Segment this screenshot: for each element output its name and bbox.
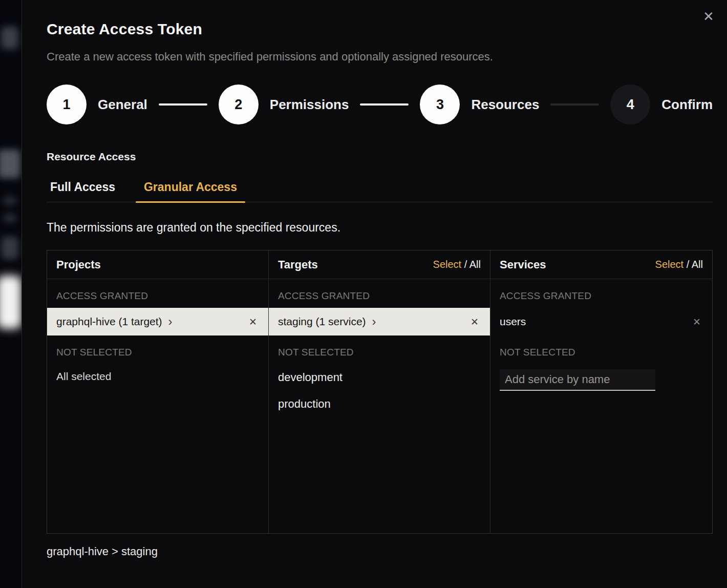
services-header: Services Select / All — [490, 250, 712, 279]
remove-service-icon[interactable]: ✕ — [691, 314, 703, 330]
breadcrumb-project: graphql-hive — [47, 545, 109, 558]
step-label: Confirm — [661, 97, 713, 113]
step-number: 4 — [610, 85, 650, 124]
targets-title: Targets — [278, 258, 318, 271]
select-all-divider: / — [683, 259, 692, 270]
services-title: Services — [500, 258, 546, 271]
blurred-background-item — [3, 197, 16, 205]
projects-header: Projects — [47, 250, 268, 279]
not-selected-label: NOT SELECTED — [490, 335, 712, 364]
not-selected-label: NOT SELECTED — [269, 335, 490, 364]
remove-target-icon[interactable]: ✕ — [468, 314, 481, 330]
granted-target-label: staging (1 service) — [278, 316, 366, 328]
create-access-token-modal: ✕ Create Access Token Create a new acces… — [22, 0, 727, 588]
step-number: 2 — [219, 85, 259, 124]
services-select-all: Select / All — [655, 259, 703, 270]
chevron-right-icon: › — [168, 316, 173, 328]
blurred-background-item — [0, 150, 20, 178]
granted-service-label: users — [500, 316, 526, 328]
granted-target-row[interactable]: staging (1 service) › ✕ — [269, 308, 490, 335]
close-icon[interactable]: ✕ — [700, 8, 717, 25]
select-all-divider: / — [461, 259, 469, 270]
remove-project-icon[interactable]: ✕ — [247, 314, 259, 330]
page-backdrop — [0, 0, 22, 588]
target-item-production[interactable]: production — [269, 391, 490, 417]
step-connector — [159, 103, 207, 106]
column-services: Services Select / All ACCESS GRANTED use… — [490, 250, 712, 533]
blurred-background-item — [1, 27, 18, 49]
step-resources[interactable]: 3 Resources — [420, 85, 539, 124]
targets-all-link[interactable]: All — [469, 259, 481, 270]
column-projects: Projects ACCESS GRANTED graphql-hive (1 … — [47, 250, 269, 533]
chevron-right-icon: › — [372, 316, 376, 328]
step-label: Permissions — [270, 97, 349, 113]
resource-access-heading: Resource Access — [47, 151, 713, 163]
blurred-background-item — [0, 276, 22, 329]
resource-table: Projects ACCESS GRANTED graphql-hive (1 … — [47, 250, 713, 534]
targets-select-link[interactable]: Select — [433, 259, 462, 270]
not-selected-label: NOT SELECTED — [47, 335, 268, 364]
dialog-title: Create Access Token — [47, 20, 713, 38]
granted-project-row[interactable]: graphql-hive (1 target) › ✕ — [47, 308, 268, 335]
add-service-input[interactable] — [500, 369, 655, 391]
step-general[interactable]: 1 General — [47, 85, 147, 124]
resource-access-tabs: Full Access Granular Access — [47, 176, 713, 202]
blurred-background-item — [3, 214, 16, 222]
granted-service-row[interactable]: users ✕ — [490, 308, 712, 335]
target-item-development[interactable]: development — [269, 364, 490, 391]
services-all-link[interactable]: All — [692, 259, 703, 270]
step-connector — [550, 103, 599, 106]
breadcrumb-separator: > — [112, 545, 118, 558]
dialog-subtitle: Create a new access token with specified… — [47, 50, 713, 64]
step-label: Resources — [471, 97, 539, 113]
access-granted-label: ACCESS GRANTED — [490, 279, 712, 308]
step-number: 3 — [420, 85, 460, 124]
step-label: General — [98, 97, 147, 113]
granular-access-description: The permissions are granted on the speci… — [47, 221, 713, 235]
targets-header: Targets Select / All — [269, 250, 490, 279]
tab-granular-access[interactable]: Granular Access — [136, 176, 245, 202]
step-connector — [360, 103, 409, 106]
tab-full-access[interactable]: Full Access — [47, 176, 123, 202]
all-selected-note: All selected — [47, 364, 268, 389]
services-select-link[interactable]: Select — [655, 259, 684, 270]
blurred-background-item — [1, 237, 18, 259]
targets-select-all: Select / All — [433, 259, 481, 270]
granted-project-label: graphql-hive (1 target) — [56, 316, 162, 328]
access-granted-label: ACCESS GRANTED — [47, 279, 268, 308]
access-granted-label: ACCESS GRANTED — [269, 279, 490, 308]
wizard-stepper: 1 General 2 Permissions 3 Resources 4 Co… — [47, 84, 713, 125]
column-targets: Targets Select / All ACCESS GRANTED stag… — [269, 250, 490, 533]
step-number: 1 — [47, 85, 87, 124]
step-confirm[interactable]: 4 Confirm — [610, 85, 713, 124]
breadcrumb-target: staging — [121, 545, 158, 558]
breadcrumb: graphql-hive>staging — [47, 545, 713, 558]
projects-title: Projects — [56, 258, 101, 271]
step-permissions[interactable]: 2 Permissions — [219, 85, 349, 124]
